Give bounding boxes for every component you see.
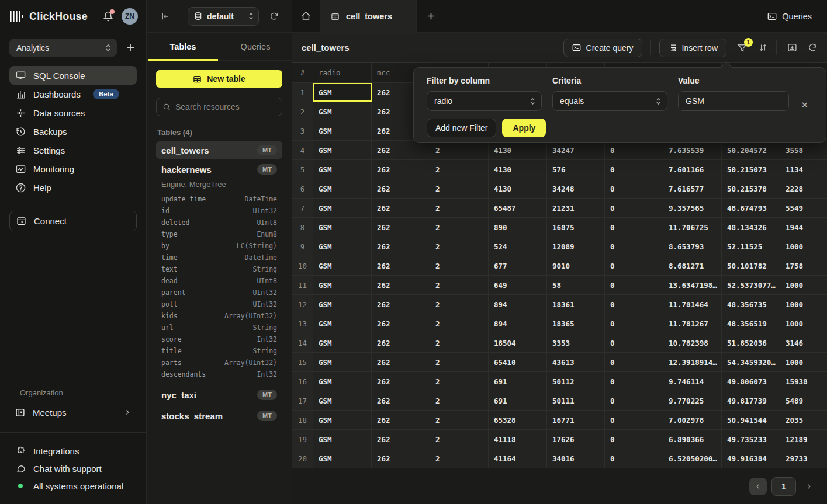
grid-cell[interactable]: 11.781267 <box>663 314 722 333</box>
remove-filter-icon[interactable]: ✕ <box>801 100 808 110</box>
sidebar-item-data-sources[interactable]: Data sources <box>9 103 137 122</box>
grid-cell[interactable]: 0 <box>605 391 663 410</box>
grid-cell[interactable]: 51.852036 <box>722 333 780 352</box>
grid-cell[interactable]: 7.616577 <box>663 179 722 198</box>
grid-cell[interactable]: 15938 <box>780 372 827 391</box>
grid-cell[interactable]: 4130 <box>489 141 547 159</box>
grid-cell[interactable]: 50.215378 <box>722 179 780 198</box>
grid-cell[interactable]: 2 <box>430 333 489 352</box>
grid-cell[interactable]: 5549 <box>780 199 827 217</box>
grid-cell[interactable]: 16771 <box>547 411 605 429</box>
grid-cell[interactable]: 10.782398 <box>663 333 722 352</box>
collapse-panel-icon[interactable] <box>161 12 170 21</box>
table-item-nyc-taxi[interactable]: nyc_taxi MT <box>156 386 282 404</box>
grid-cell[interactable]: 1000 <box>780 295 827 314</box>
grid-cell[interactable]: 2 <box>430 430 489 449</box>
filter-value-input[interactable] <box>678 91 789 111</box>
grid-cell[interactable]: 18504 <box>489 333 547 352</box>
grid-cell[interactable]: 8.681271 <box>663 256 722 275</box>
grid-cell[interactable]: 2 <box>430 295 489 314</box>
grid-cell[interactable]: 0 <box>605 295 663 314</box>
grid-cell[interactable]: 1758 <box>780 256 827 275</box>
grid-header-cell[interactable]: radio <box>313 63 372 82</box>
grid-cell[interactable]: 12089 <box>547 237 605 256</box>
sidebar-item-backups[interactable]: Backups <box>9 122 137 141</box>
grid-cell[interactable]: 0 <box>605 314 663 333</box>
grid-cell[interactable]: 2 <box>430 391 489 410</box>
grid-cell[interactable]: 18365 <box>547 314 605 333</box>
queries-button[interactable]: Queries <box>752 0 827 32</box>
grid-cell[interactable]: 2 <box>430 179 489 198</box>
grid-cell[interactable]: 262 <box>372 256 430 275</box>
grid-cell[interactable]: 50.941544 <box>722 411 780 429</box>
grid-cell[interactable]: 2 <box>430 449 489 468</box>
grid-cell[interactable]: 2228 <box>780 179 827 198</box>
grid-cell[interactable]: 65328 <box>489 411 547 429</box>
grid-cell[interactable]: 29733 <box>780 449 827 468</box>
grid-cell[interactable]: 7.002978 <box>663 411 722 429</box>
grid-cell[interactable]: 9010 <box>547 256 605 275</box>
grid-cell[interactable]: 0 <box>605 449 663 468</box>
grid-cell[interactable]: 1000 <box>780 314 827 333</box>
grid-cell[interactable]: 2 <box>430 411 489 429</box>
grid-cell[interactable]: 49.817739 <box>722 391 780 410</box>
grid-cell[interactable]: GSM <box>313 391 372 410</box>
grid-cell[interactable]: 54.3459320… <box>722 353 780 371</box>
grid-cell[interactable]: 2 <box>430 256 489 275</box>
grid-cell[interactable]: 7.635539 <box>663 141 722 159</box>
grid-cell[interactable]: 4130 <box>489 160 547 179</box>
sidebar-item-sql-console[interactable]: SQL Console <box>9 66 137 85</box>
grid-cell[interactable]: 48.674793 <box>722 199 780 217</box>
grid-cell[interactable]: 9.746114 <box>663 372 722 391</box>
grid-cell[interactable]: 65410 <box>489 353 547 371</box>
grid-cell[interactable]: 0 <box>605 353 663 371</box>
grid-cell[interactable]: 49.806073 <box>722 372 780 391</box>
add-workspace-button[interactable] <box>124 43 137 53</box>
connect-button[interactable]: Connect <box>9 211 137 231</box>
grid-cell[interactable]: 48.356735 <box>722 295 780 314</box>
grid-cell[interactable]: 0 <box>605 372 663 391</box>
grid-cell[interactable]: 1000 <box>780 237 827 256</box>
grid-cell[interactable]: 262 <box>372 199 430 217</box>
grid-cell[interactable]: 2 <box>430 199 489 217</box>
workspace-select[interactable]: Analytics <box>9 39 117 57</box>
sidebar-item-monitoring[interactable]: Monitoring <box>9 159 137 178</box>
grid-cell[interactable]: GSM <box>313 218 372 237</box>
grid-cell[interactable]: 649 <box>489 276 547 294</box>
grid-cell[interactable]: 2 <box>430 276 489 294</box>
grid-cell[interactable]: 3353 <box>547 333 605 352</box>
grid-cell[interactable]: 262 <box>372 372 430 391</box>
grid-cell[interactable]: 0 <box>605 276 663 294</box>
table-item-hackernews[interactable]: hackernews MT <box>156 161 282 178</box>
sidebar-item-dashboards[interactable]: Dashboards Beta <box>9 85 137 103</box>
grid-cell[interactable]: 2 <box>430 141 489 159</box>
grid-cell[interactable]: 48.356519 <box>722 314 780 333</box>
grid-cell[interactable]: 6.890366 <box>663 430 722 449</box>
grid-cell[interactable]: 1000 <box>780 276 827 294</box>
grid-cell[interactable]: GSM <box>313 353 372 371</box>
grid-cell[interactable]: 12189 <box>780 430 827 449</box>
grid-cell[interactable]: 0 <box>605 179 663 198</box>
grid-cell[interactable]: 2035 <box>780 411 827 429</box>
grid-cell[interactable]: 6.52050200… <box>663 449 722 468</box>
home-button[interactable] <box>292 0 320 32</box>
tab-queries[interactable]: Queries <box>219 33 292 60</box>
grid-cell[interactable]: 677 <box>489 256 547 275</box>
add-new-filter-button[interactable]: Add new Filter <box>427 119 496 137</box>
grid-cell[interactable]: 7.601166 <box>663 160 722 179</box>
new-tab-button[interactable] <box>417 0 445 32</box>
grid-cell[interactable]: GSM <box>313 314 372 333</box>
search-resources-input[interactable] <box>175 102 276 112</box>
grid-cell[interactable]: 5489 <box>780 391 827 410</box>
grid-cell[interactable]: 50.215073 <box>722 160 780 179</box>
grid-cell[interactable]: GSM <box>313 295 372 314</box>
grid-cell[interactable]: 262 <box>372 333 430 352</box>
grid-cell[interactable]: 1944 <box>780 218 827 237</box>
sidebar-item-meetups[interactable]: Meetups <box>9 403 137 422</box>
new-table-button[interactable]: New table <box>156 70 282 88</box>
grid-cell[interactable]: 0 <box>605 141 663 159</box>
grid-cell[interactable]: 16875 <box>547 218 605 237</box>
grid-cell[interactable]: 262 <box>372 314 430 333</box>
grid-cell[interactable]: 262 <box>372 353 430 371</box>
current-page-button[interactable]: 1 <box>771 477 796 496</box>
